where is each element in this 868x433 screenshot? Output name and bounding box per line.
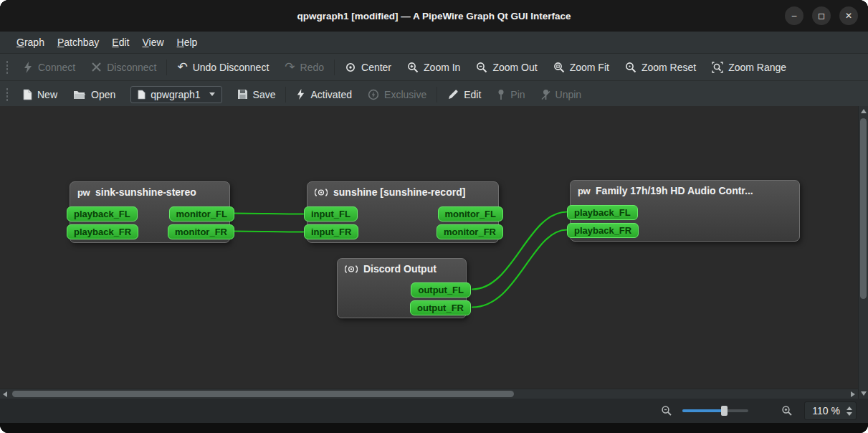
- zoom-out-icon: [476, 62, 487, 73]
- graph-toolbar: Connect Disconnect ↶ Undo Disconnect ↷ R…: [0, 54, 868, 81]
- toolbar-drag-handle[interactable]: [5, 87, 9, 103]
- zoom-reset-button[interactable]: Zoom Reset: [617, 54, 704, 80]
- status-bar: 110 %: [0, 399, 868, 423]
- port-output-fl[interactable]: output_FL: [411, 282, 471, 298]
- vertical-scrollbar-thumb[interactable]: [860, 118, 867, 299]
- zoom-fit-icon: [553, 62, 565, 73]
- connections-layer: [0, 106, 868, 399]
- scroll-right-arrow[interactable]: [851, 391, 855, 397]
- scroll-left-arrow[interactable]: [3, 391, 7, 397]
- window-bottom-edge: [0, 423, 868, 433]
- menu-view[interactable]: View: [135, 34, 170, 51]
- toolbar-drag-handle[interactable]: [5, 60, 9, 75]
- minimize-button[interactable]: –: [785, 6, 803, 25]
- window-controls: – ◻ ✕: [785, 6, 858, 25]
- scroll-up-arrow[interactable]: [861, 109, 867, 113]
- zoom-spinbox[interactable]: 110 %: [804, 401, 857, 420]
- session-file-icon: [138, 90, 146, 100]
- new-button[interactable]: New: [15, 81, 65, 108]
- zoom-slider-fill: [682, 409, 724, 412]
- zoom-slider[interactable]: [682, 409, 748, 412]
- zoom-out-small-icon[interactable]: [661, 405, 672, 417]
- port-monitor-fr[interactable]: monitor_FR: [168, 224, 234, 239]
- unpin-button: Unpin: [533, 81, 590, 108]
- zoom-spin-up[interactable]: [846, 406, 852, 410]
- port-playback-fl[interactable]: playback_FL: [67, 206, 138, 222]
- port-input-fl[interactable]: input_FL: [304, 206, 358, 222]
- title-bar[interactable]: qpwgraph1 [modified] — A PipeWire Graph …: [0, 0, 868, 32]
- port-playback-fr[interactable]: playback_FR: [567, 223, 639, 238]
- menu-help[interactable]: Help: [171, 34, 204, 51]
- edit-pencil-icon: [447, 89, 459, 100]
- activated-button[interactable]: Activated: [288, 81, 360, 108]
- save-button[interactable]: Save: [229, 81, 284, 108]
- port-monitor-fl[interactable]: monitor_FL: [169, 206, 235, 222]
- chevron-down-icon: [209, 92, 215, 96]
- menu-patchbay[interactable]: Patchbay: [51, 34, 105, 51]
- center-icon: [345, 62, 356, 73]
- vertical-scrollbar[interactable]: [858, 106, 868, 399]
- node-title: Family 17h/19h HD Audio Contr...: [596, 185, 753, 196]
- undo-disconnect-button[interactable]: ↶ Undo Disconnect: [169, 54, 277, 80]
- node-hd-audio-controller[interactable]: pw Family 17h/19h HD Audio Contr... play…: [570, 180, 800, 242]
- activated-icon: [296, 89, 305, 100]
- zoom-reset-icon: [625, 62, 636, 73]
- close-button[interactable]: ✕: [839, 6, 858, 25]
- edit-button[interactable]: Edit: [439, 81, 489, 108]
- port-monitor-fr[interactable]: monitor_FR: [437, 224, 503, 239]
- session-toolbar: New Open qpwgraph1 Save Activated Exclus…: [0, 81, 868, 108]
- exclusive-icon: [368, 89, 379, 100]
- save-icon: [237, 89, 248, 100]
- speaker-icon: [345, 264, 358, 275]
- exclusive-button: Exclusive: [360, 81, 434, 108]
- redo-button: ↷ Redo: [277, 54, 332, 80]
- zoom-fit-button[interactable]: Zoom Fit: [545, 54, 617, 80]
- node-sunshine-record[interactable]: sunshine [sunshine-record] input_FL inpu…: [307, 181, 499, 243]
- zoom-out-button[interactable]: Zoom Out: [468, 54, 545, 80]
- maximize-button[interactable]: ◻: [812, 6, 831, 25]
- window-title: qpwgraph1 [modified] — A PipeWire Graph …: [297, 11, 571, 22]
- menu-graph[interactable]: Graph: [10, 34, 51, 51]
- toolbar-separator: [334, 60, 335, 75]
- node-title: sunshine [sunshine-record]: [333, 186, 465, 198]
- horizontal-scrollbar-thumb[interactable]: [12, 391, 514, 397]
- graph-canvas[interactable]: pw sink-sunshine-stereo playback_FL play…: [0, 106, 868, 399]
- zoom-in-button[interactable]: Zoom In: [399, 54, 468, 80]
- connection-monitor-fl-input-fl[interactable]: [233, 214, 303, 214]
- connect-button: Connect: [15, 54, 83, 80]
- unpin-icon: [541, 89, 550, 100]
- session-combo[interactable]: qpwgraph1: [130, 86, 221, 103]
- zoom-slider-thumb[interactable]: [721, 406, 728, 416]
- open-folder-icon: [73, 90, 86, 100]
- zoom-range-button[interactable]: Zoom Range: [704, 54, 794, 80]
- scroll-down-arrow[interactable]: [861, 391, 867, 396]
- port-playback-fr[interactable]: playback_FR: [67, 224, 138, 239]
- zoom-value: 110 %: [812, 405, 840, 417]
- node-discord-output[interactable]: Discord Output output_FL output_FR: [337, 258, 467, 318]
- new-file-icon: [23, 89, 32, 100]
- redo-icon: ↷: [285, 62, 295, 73]
- zoom-in-small-icon[interactable]: [781, 405, 793, 417]
- port-output-fr[interactable]: output_FR: [410, 300, 471, 315]
- menu-edit[interactable]: Edit: [105, 34, 135, 51]
- pipewire-icon: pw: [578, 186, 590, 196]
- toolbar-separator: [285, 87, 286, 103]
- connection-monitor-fr-input-fr[interactable]: [233, 232, 303, 232]
- zoom-spin-down[interactable]: [846, 412, 852, 416]
- port-monitor-fl[interactable]: monitor_FL: [438, 206, 504, 222]
- zoom-range-icon: [712, 62, 723, 73]
- qpwgraph-window: qpwgraph1 [modified] — A PipeWire Graph …: [0, 0, 868, 433]
- port-playback-fl[interactable]: playback_FL: [567, 205, 638, 220]
- undo-icon: ↶: [177, 62, 187, 73]
- horizontal-scrollbar[interactable]: [0, 389, 858, 399]
- toolbar-separator: [166, 60, 167, 75]
- open-button[interactable]: Open: [65, 81, 123, 108]
- node-sink-sunshine-stereo[interactable]: pw sink-sunshine-stereo playback_FL play…: [70, 181, 230, 243]
- connect-icon: [23, 62, 33, 73]
- pin-button: Pin: [489, 81, 533, 108]
- center-button[interactable]: Center: [337, 54, 399, 80]
- zoom-in-icon: [407, 62, 419, 73]
- toolbar-separator: [437, 87, 437, 103]
- port-input-fr[interactable]: input_FR: [304, 224, 358, 239]
- session-combo-value: qpwgraph1: [151, 89, 200, 100]
